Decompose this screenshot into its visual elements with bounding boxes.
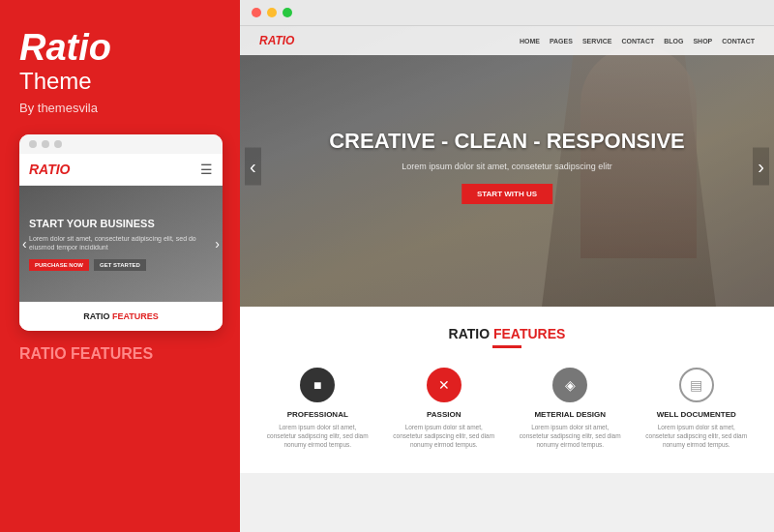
- desktop-features-section: RATIO FEATURES ■ PROFESSIONAL Lorem ipsu…: [240, 307, 774, 473]
- left-panel: Ratio Theme By themesvila RATIO ☰ ‹ STAR…: [0, 0, 240, 532]
- desktop-hero-content: CREATIVE - CLEAN - RESPONSIVE Lorem ipsu…: [329, 129, 685, 204]
- feature-item-professional: ■ PROFESSIONAL Lorem ipsum dolor sit ame…: [259, 363, 376, 454]
- feature-passion-icon: ✕: [427, 368, 461, 402]
- nav-link-shop[interactable]: SHOP: [693, 38, 712, 44]
- feature-documented-desc: Lorem ipsum dolor sit amet, consetetur s…: [643, 423, 751, 449]
- feature-item-material: ◈ METERIAL DESIGN Lorem ipsum dolor sit …: [512, 363, 629, 454]
- brand-by: By themesvila: [19, 101, 221, 115]
- browser-content: RATIO HOME PAGES SERVICE CONTACT BLOG SH…: [240, 26, 774, 532]
- mobile-hero-content: START YOUR BUSINESS Lorem dolor sit amet…: [29, 217, 213, 271]
- feature-item-documented: ▤ WELL DOCUMENTED Lorem ipsum dolor sit …: [639, 363, 756, 454]
- feature-professional-icon: ■: [300, 368, 335, 402]
- mobile-dot-2: [42, 140, 49, 148]
- mobile-browser-bar: [19, 134, 223, 154]
- features-grid: ■ PROFESSIONAL Lorem ipsum dolor sit ame…: [259, 363, 755, 454]
- mobile-purchase-button[interactable]: PURCHASE NOW: [29, 259, 89, 271]
- mobile-logo: RATIO: [29, 162, 71, 177]
- mobile-hero-text: Lorem dolor sit amet, consectetur adipis…: [29, 234, 213, 251]
- feature-material-desc: Lorem ipsum dolor sit amet, consetetur s…: [517, 423, 624, 449]
- nav-link-blog[interactable]: BLOG: [664, 38, 683, 44]
- mobile-arrow-left-icon[interactable]: ‹: [22, 236, 27, 251]
- nav-link-contact[interactable]: CONTACT: [622, 38, 655, 44]
- brand-subtitle: Theme: [19, 68, 221, 95]
- mobile-features: RATIO FEATURES: [19, 302, 223, 331]
- desktop-hero-cta-button[interactable]: START WITH US: [461, 184, 552, 204]
- mobile-dot-1: [29, 140, 37, 148]
- mobile-arrow-right-icon[interactable]: ›: [215, 236, 220, 251]
- feature-documented-icon: ▤: [679, 368, 714, 402]
- left-bottom-features-label: FEATURES: [71, 345, 153, 362]
- nav-link-service[interactable]: SERVICE: [582, 38, 612, 44]
- browser-chrome: [240, 0, 774, 26]
- browser-dot-3: [283, 8, 292, 17]
- brand-title: Ratio: [19, 29, 221, 66]
- mobile-features-title: RATIO FEATURES: [29, 311, 213, 321]
- feature-passion-name: PASSION: [391, 410, 498, 419]
- mobile-getstarted-button[interactable]: GET STARTED: [94, 259, 146, 271]
- mobile-hamburger-icon[interactable]: ☰: [200, 162, 213, 177]
- nav-link-pages[interactable]: PAGES: [550, 38, 573, 44]
- desktop-nav-links: HOME PAGES SERVICE CONTACT BLOG SHOP CON…: [520, 38, 755, 44]
- feature-professional-name: PROFESSIONAL: [264, 410, 372, 419]
- features-underline: [492, 345, 521, 348]
- desktop-nav-logo: RATIO: [259, 34, 294, 47]
- mobile-nav: RATIO ☰: [19, 154, 223, 186]
- desktop-features-title: RATIO FEATURES: [259, 326, 755, 341]
- feature-passion-desc: Lorem ipsum dolor sit amet, consetetur s…: [391, 423, 498, 449]
- desktop-hero-arrow-left-icon[interactable]: ‹: [245, 148, 261, 186]
- mobile-dot-3: [54, 140, 62, 148]
- feature-professional-desc: Lorem ipsum dolor sit amet, consetetur s…: [264, 423, 372, 449]
- nav-link-contact2[interactable]: CONTACT: [722, 38, 755, 44]
- mobile-mockup: RATIO ☰ ‹ START YOUR BUSINESS Lorem dolo…: [19, 134, 223, 331]
- desktop-hero-title: CREATIVE - CLEAN - RESPONSIVE: [329, 129, 685, 154]
- left-bottom-features: RATIO FEATURES: [19, 345, 221, 363]
- desktop-hero-subtitle: Lorem ipsum dolor sit amet, consetetur s…: [329, 162, 685, 171]
- browser-dot-1: [252, 8, 261, 17]
- left-bottom-ratio: RATIO: [19, 345, 67, 362]
- right-panel: RATIO HOME PAGES SERVICE CONTACT BLOG SH…: [240, 0, 774, 532]
- feature-documented-name: WELL DOCUMENTED: [643, 410, 751, 419]
- feature-material-name: METERIAL DESIGN: [517, 410, 624, 419]
- desktop-hero-arrow-right-icon[interactable]: ›: [753, 148, 769, 186]
- browser-dot-2: [267, 8, 277, 17]
- mobile-hero: ‹ START YOUR BUSINESS Lorem dolor sit am…: [19, 186, 223, 302]
- features-title-ratio: RATIO: [449, 326, 491, 341]
- features-title-highlight: FEATURES: [493, 326, 565, 341]
- feature-item-passion: ✕ PASSION Lorem ipsum dolor sit amet, co…: [386, 363, 503, 454]
- desktop-nav: RATIO HOME PAGES SERVICE CONTACT BLOG SH…: [240, 26, 774, 55]
- nav-link-home[interactable]: HOME: [520, 38, 540, 44]
- mobile-hero-title: START YOUR BUSINESS: [29, 217, 213, 230]
- feature-material-icon: ◈: [552, 368, 587, 402]
- mobile-hero-buttons: PURCHASE NOW GET STARTED: [29, 259, 213, 271]
- desktop-hero: RATIO HOME PAGES SERVICE CONTACT BLOG SH…: [240, 26, 774, 307]
- left-bottom-title: RATIO FEATURES: [19, 345, 221, 363]
